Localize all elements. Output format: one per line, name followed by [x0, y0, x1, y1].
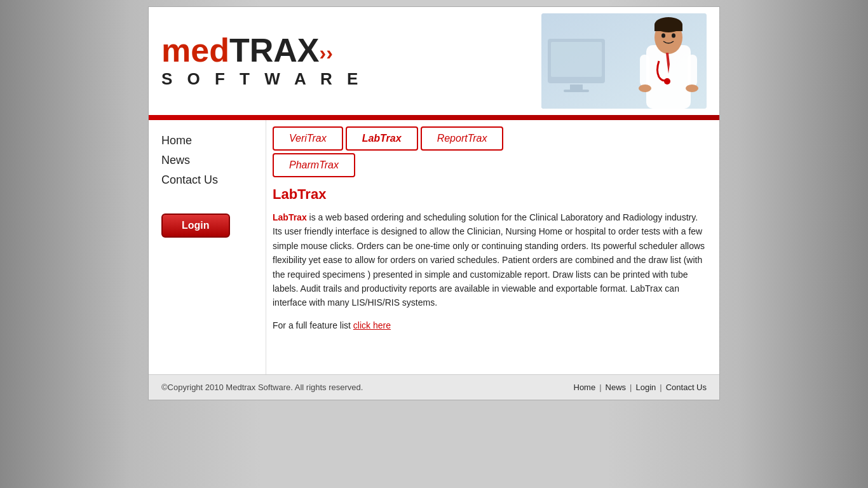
logo-trax: TRAX: [229, 32, 320, 69]
footer-link-contact[interactable]: Contact Us: [666, 383, 707, 392]
doctor-illustration: [541, 13, 707, 109]
footer: ©Copyright 2010 Medtrax Software. All ri…: [149, 374, 719, 400]
tab-reporttrax[interactable]: ReportTrax: [421, 126, 504, 151]
svg-rect-2: [551, 42, 602, 77]
header: medTRAX›› S O F T W A R E: [149, 7, 719, 115]
sidebar: Home News Contact Us Login: [149, 120, 266, 374]
footer-sep-2: |: [630, 383, 632, 392]
brand-name: LabTrax: [273, 212, 307, 222]
sidebar-item-home[interactable]: Home: [161, 133, 253, 149]
logo-chevrons: ››: [319, 41, 332, 64]
svg-rect-12: [640, 55, 649, 86]
header-image: [541, 13, 707, 109]
svg-rect-3: [570, 85, 583, 90]
svg-point-14: [639, 85, 651, 92]
login-button[interactable]: Login: [161, 214, 230, 238]
svg-rect-4: [564, 90, 589, 92]
svg-point-15: [686, 85, 698, 92]
sidebar-nav: Home News Contact Us: [161, 133, 253, 188]
tabs-row2: PharmTrax: [273, 153, 707, 177]
red-divider: [149, 115, 719, 120]
footer-link-news[interactable]: News: [606, 383, 627, 392]
sidebar-item-contact[interactable]: Contact Us: [161, 172, 253, 188]
svg-rect-13: [688, 55, 697, 86]
svg-rect-8: [654, 25, 682, 31]
svg-point-11: [664, 78, 670, 85]
svg-point-9: [661, 34, 665, 38]
footer-sep-3: |: [660, 383, 661, 392]
main-content: VeriTrax LabTrax ReportTrax PharmTrax La…: [266, 120, 719, 374]
footer-links: Home | News | Login | Contact Us: [574, 383, 707, 392]
page-title: LabTrax: [273, 186, 707, 203]
feature-link[interactable]: click here: [353, 320, 391, 330]
footer-copyright: ©Copyright 2010 Medtrax Software. All ri…: [161, 383, 363, 392]
content-area: Home News Contact Us Login VeriTrax LabT…: [149, 120, 719, 374]
description-text: is a web based ordering and scheduling s…: [273, 212, 705, 308]
svg-point-10: [672, 34, 675, 38]
page-description: LabTrax is a web based ordering and sche…: [273, 210, 707, 310]
tab-labtrax[interactable]: LabTrax: [346, 126, 418, 151]
footer-link-home[interactable]: Home: [574, 383, 596, 392]
logo-text: medTRAX››: [161, 34, 363, 67]
footer-sep-1: |: [599, 383, 601, 392]
logo-med: med: [161, 32, 229, 69]
software-text: S O F T W A R E: [161, 69, 363, 89]
logo-area: medTRAX›› S O F T W A R E: [161, 34, 363, 89]
tabs-row1: VeriTrax LabTrax ReportTrax: [273, 126, 707, 151]
feature-link-prefix: For a full feature list: [273, 320, 353, 330]
sidebar-item-news[interactable]: News: [161, 152, 253, 168]
tab-pharmtrax[interactable]: PharmTrax: [273, 153, 355, 177]
tab-veritrax[interactable]: VeriTrax: [273, 126, 343, 151]
main-wrapper: medTRAX›› S O F T W A R E: [148, 6, 720, 400]
feature-link-row: For a full feature list click here: [273, 320, 707, 330]
footer-link-login[interactable]: Login: [635, 383, 656, 392]
